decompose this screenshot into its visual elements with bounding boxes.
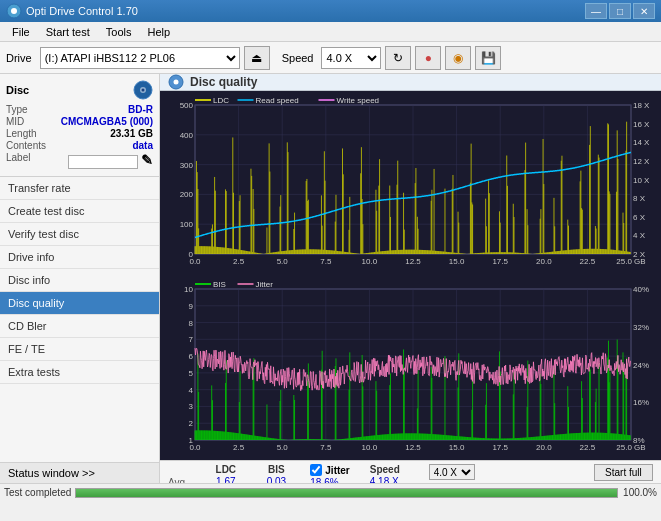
stats-jitter-col: Jitter 18.6% 25.5% bbox=[310, 464, 349, 483]
main-area: Disc Type BD-R MID CMCMAGBA5 (000) Lengt… bbox=[0, 74, 661, 483]
progress-bar-fill bbox=[76, 489, 617, 497]
disc-quality-icon bbox=[168, 74, 184, 90]
sidebar-btn-cd-bler[interactable]: CD Bler bbox=[0, 315, 159, 338]
disc-label-row: Label ✎ bbox=[6, 152, 153, 169]
speed-select-container[interactable]: 4.0 X bbox=[429, 464, 475, 480]
content-area: Disc quality Avg Max Total LDC 1.67 475 … bbox=[160, 74, 661, 483]
eject-button[interactable]: ⏏ bbox=[244, 46, 270, 70]
jitter-checkbox[interactable] bbox=[310, 464, 322, 476]
stats-ldc-avg: 1.67 bbox=[216, 476, 235, 483]
burn1-button[interactable]: ● bbox=[415, 46, 441, 70]
stats-speed-header: Speed bbox=[370, 464, 409, 475]
disc-quality-title: Disc quality bbox=[190, 75, 257, 89]
jitter-check-row: Jitter bbox=[310, 464, 349, 476]
charts-container bbox=[160, 91, 661, 460]
close-button[interactable]: ✕ bbox=[633, 3, 655, 19]
stats-ldc-header: LDC bbox=[216, 464, 237, 475]
disc-mid-value: CMCMAGBA5 (000) bbox=[61, 116, 153, 127]
sidebar-btn-create-test-disc[interactable]: Create test disc bbox=[0, 200, 159, 223]
stats-speed-col: Speed 4.18 X Position Samples bbox=[370, 464, 409, 483]
stats-bis-col: BIS 0.03 5 12110 bbox=[263, 464, 291, 483]
start-buttons: Start full Start part bbox=[594, 464, 653, 483]
disc-info-panel: Disc Type BD-R MID CMCMAGBA5 (000) Lengt… bbox=[0, 74, 159, 177]
disc-contents-label: Contents bbox=[6, 140, 46, 151]
menu-bar: File Start test Tools Help bbox=[0, 22, 661, 42]
sidebar-btn-drive-info[interactable]: Drive info bbox=[0, 246, 159, 269]
window-controls[interactable]: — □ ✕ bbox=[585, 3, 655, 19]
disc-contents-row: Contents data bbox=[6, 140, 153, 151]
maximize-button[interactable]: □ bbox=[609, 3, 631, 19]
menu-file[interactable]: File bbox=[4, 24, 38, 40]
menu-help[interactable]: Help bbox=[139, 24, 178, 40]
disc-type-value: BD-R bbox=[128, 104, 153, 115]
speed-label: Speed bbox=[282, 52, 314, 64]
progress-section: Test completed 100.0% bbox=[0, 487, 661, 498]
minimize-button[interactable]: — bbox=[585, 3, 607, 19]
status-text: Test completed bbox=[4, 487, 71, 498]
jitter-label: Jitter bbox=[325, 465, 349, 476]
disc-label-input[interactable] bbox=[68, 155, 138, 169]
sidebar-nav: Transfer rateCreate test discVerify test… bbox=[0, 177, 159, 462]
sidebar: Disc Type BD-R MID CMCMAGBA5 (000) Lengt… bbox=[0, 74, 160, 483]
sidebar-btn-transfer-rate[interactable]: Transfer rate bbox=[0, 177, 159, 200]
sidebar-btn-disc-quality[interactable]: Disc quality bbox=[0, 292, 159, 315]
save-button[interactable]: 💾 bbox=[475, 46, 501, 70]
disc-length-value: 23.31 GB bbox=[110, 128, 153, 139]
drive-select[interactable]: (I:) ATAPI iHBS112 2 PL06 bbox=[40, 47, 240, 69]
window-title: Opti Drive Control 1.70 bbox=[26, 5, 585, 17]
stats-bis-avg: 0.03 bbox=[267, 476, 286, 483]
disc-label-value: ✎ bbox=[68, 152, 153, 169]
sidebar-btn-verify-test-disc[interactable]: Verify test disc bbox=[0, 223, 159, 246]
disc-header: Disc bbox=[6, 80, 153, 100]
progress-percent: 100.0% bbox=[622, 487, 657, 498]
disc-length-label: Length bbox=[6, 128, 37, 139]
burn2-button[interactable]: ◉ bbox=[445, 46, 471, 70]
sidebar-btn-extra-tests[interactable]: Extra tests bbox=[0, 361, 159, 384]
app-icon bbox=[6, 3, 22, 19]
disc-contents-value: data bbox=[132, 140, 153, 151]
stats-bar: Avg Max Total LDC 1.67 475 635878 BIS 0.… bbox=[160, 460, 661, 483]
disc-label-label: Label bbox=[6, 152, 30, 169]
disc-quality-header: Disc quality bbox=[160, 74, 661, 91]
stats-avg-label: Avg bbox=[168, 477, 189, 483]
sidebar-btn-disc-info[interactable]: Disc info bbox=[0, 269, 159, 292]
title-bar: Opti Drive Control 1.70 — □ ✕ bbox=[0, 0, 661, 22]
stats-bis-header: BIS bbox=[268, 464, 285, 475]
menu-start-test[interactable]: Start test bbox=[38, 24, 98, 40]
status-window-button[interactable]: Status window >> bbox=[0, 462, 159, 483]
sidebar-btn-fe-te[interactable]: FE / TE bbox=[0, 338, 159, 361]
bottom-status-bar: Test completed 100.0% bbox=[0, 483, 661, 501]
disc-type-row: Type BD-R bbox=[6, 104, 153, 115]
start-full-button[interactable]: Start full bbox=[594, 464, 653, 481]
drive-label: Drive bbox=[6, 52, 32, 64]
stats-jitter-avg: 18.6% bbox=[310, 477, 349, 483]
svg-point-4 bbox=[142, 89, 145, 92]
disc-mid-label: MID bbox=[6, 116, 24, 127]
svg-point-1 bbox=[11, 8, 17, 14]
progress-bar-container bbox=[75, 488, 618, 498]
disc-type-label: Type bbox=[6, 104, 28, 115]
menu-tools[interactable]: Tools bbox=[98, 24, 140, 40]
charts-canvas bbox=[160, 91, 661, 460]
speed-select[interactable]: 4.0 X bbox=[321, 47, 381, 69]
toolbar: Drive (I:) ATAPI iHBS112 2 PL06 ⏏ Speed … bbox=[0, 42, 661, 74]
disc-icon bbox=[133, 80, 153, 100]
disc-panel-title: Disc bbox=[6, 84, 29, 96]
label-pen-icon[interactable]: ✎ bbox=[141, 152, 153, 168]
stats-ldc-col: LDC 1.67 475 635878 bbox=[209, 464, 242, 483]
disc-mid-row: MID CMCMAGBA5 (000) bbox=[6, 116, 153, 127]
stats-labels-col: Avg Max Total bbox=[168, 464, 189, 483]
stats-pos-col: 4.0 X 23862 MB 379761 bbox=[429, 464, 475, 483]
refresh-button[interactable]: ↻ bbox=[385, 46, 411, 70]
speed-select-stats[interactable]: 4.0 X bbox=[429, 464, 475, 480]
stats-speed-value: 4.18 X bbox=[370, 476, 409, 483]
disc-length-row: Length 23.31 GB bbox=[6, 128, 153, 139]
svg-point-6 bbox=[174, 80, 179, 85]
